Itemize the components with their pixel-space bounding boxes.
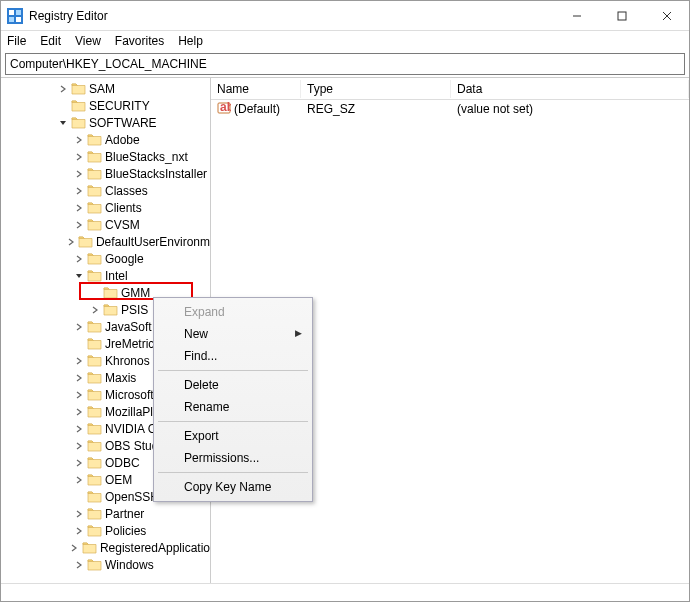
tree-item-google[interactable]: Google (1, 250, 210, 267)
chevron-right-icon[interactable] (71, 187, 87, 195)
menu-favorites[interactable]: Favorites (115, 34, 164, 48)
chevron-right-icon[interactable] (71, 136, 87, 144)
ctx-find[interactable]: Find... (156, 345, 310, 367)
chevron-down-icon[interactable] (55, 119, 71, 127)
folder-icon (87, 371, 102, 384)
tree-item-label: SECURITY (89, 99, 150, 113)
chevron-right-icon[interactable] (64, 238, 78, 246)
chevron-right-icon[interactable] (71, 408, 87, 416)
folder-icon (87, 218, 102, 231)
chevron-down-icon[interactable] (71, 272, 87, 280)
chevron-right-icon[interactable] (71, 510, 87, 518)
svg-rect-6 (618, 12, 626, 20)
tree-item-cvsm[interactable]: CVSM (1, 216, 210, 233)
svg-rect-2 (16, 10, 21, 15)
chevron-right-icon[interactable] (71, 425, 87, 433)
tree-item-label: Google (105, 252, 144, 266)
chevron-right-icon[interactable] (71, 323, 87, 331)
menu-view[interactable]: View (75, 34, 101, 48)
header-name[interactable]: Name (211, 80, 301, 98)
tree-item-bluestacksinstaller[interactable]: BlueStacksInstaller (1, 165, 210, 182)
chevron-right-icon[interactable] (71, 357, 87, 365)
chevron-right-icon[interactable] (71, 170, 87, 178)
chevron-right-icon[interactable] (87, 306, 103, 314)
ctx-rename[interactable]: Rename (156, 396, 310, 418)
tree-item-policies[interactable]: Policies (1, 522, 210, 539)
header-data[interactable]: Data (451, 80, 689, 98)
ctx-permissions[interactable]: Permissions... (156, 447, 310, 469)
tree-item-label: ODBC (105, 456, 140, 470)
ctx-delete[interactable]: Delete (156, 374, 310, 396)
chevron-right-icon[interactable] (71, 442, 87, 450)
close-button[interactable] (644, 1, 689, 31)
svg-rect-1 (9, 10, 14, 15)
tree-item-label: Clients (105, 201, 142, 215)
chevron-right-icon[interactable] (71, 204, 87, 212)
tree-item-sam[interactable]: SAM (1, 80, 210, 97)
folder-icon (87, 422, 102, 435)
svg-rect-4 (16, 17, 21, 22)
tree-item-intel[interactable]: Intel (1, 267, 210, 284)
tree-item-partner[interactable]: Partner (1, 505, 210, 522)
address-bar[interactable]: Computer\HKEY_LOCAL_MACHINE (5, 53, 685, 75)
ctx-separator (158, 370, 308, 371)
menu-help[interactable]: Help (178, 34, 203, 48)
tree-item-label: Intel (105, 269, 128, 283)
folder-icon (71, 99, 86, 112)
folder-icon (87, 201, 102, 214)
tree-item-clients[interactable]: Clients (1, 199, 210, 216)
window-title: Registry Editor (29, 9, 554, 23)
ctx-expand[interactable]: Expand (156, 301, 310, 323)
chevron-right-icon[interactable] (71, 153, 87, 161)
ctx-copy-key-name[interactable]: Copy Key Name (156, 476, 310, 498)
chevron-right-icon[interactable] (71, 374, 87, 382)
tree-item-label: Adobe (105, 133, 140, 147)
svg-rect-3 (9, 17, 14, 22)
tree-item-label: SOFTWARE (89, 116, 157, 130)
tree-item-adobe[interactable]: Adobe (1, 131, 210, 148)
tree-item-label: Classes (105, 184, 148, 198)
folder-icon (87, 524, 102, 537)
chevron-right-icon[interactable] (71, 255, 87, 263)
list-header: Name Type Data (211, 78, 689, 100)
menu-edit[interactable]: Edit (40, 34, 61, 48)
tree-item-label: Policies (105, 524, 146, 538)
chevron-right-icon[interactable] (71, 527, 87, 535)
value-icon: ab (217, 101, 231, 118)
header-type[interactable]: Type (301, 80, 451, 98)
chevron-right-icon[interactable] (71, 221, 87, 229)
value-type: REG_SZ (301, 102, 451, 116)
folder-icon (87, 133, 102, 146)
tree-item-software[interactable]: SOFTWARE (1, 114, 210, 131)
tree-item-classes[interactable]: Classes (1, 182, 210, 199)
tree-item-defaultuserenv[interactable]: DefaultUserEnvironm (1, 233, 210, 250)
ctx-export[interactable]: Export (156, 425, 310, 447)
maximize-button[interactable] (599, 1, 644, 31)
tree-item-label: Partner (105, 507, 144, 521)
tree-item-label: OpenSSH (105, 490, 159, 504)
tree-item-windows[interactable]: Windows (1, 556, 210, 573)
tree-item-registeredapp[interactable]: RegisteredApplicatio (1, 539, 210, 556)
folder-icon (87, 167, 102, 180)
svg-text:ab: ab (220, 101, 231, 114)
folder-icon (87, 439, 102, 452)
chevron-right-icon[interactable] (55, 85, 71, 93)
menu-file[interactable]: File (7, 34, 26, 48)
folder-icon (87, 184, 102, 197)
folder-icon (87, 490, 102, 503)
tree-item-bluestacks_nxt[interactable]: BlueStacks_nxt (1, 148, 210, 165)
folder-icon (103, 303, 118, 316)
chevron-right-icon[interactable] (67, 544, 82, 552)
list-row[interactable]: ab (Default) REG_SZ (value not set) (211, 100, 689, 118)
chevron-right-icon[interactable] (71, 561, 87, 569)
ctx-new[interactable]: New▶ (156, 323, 310, 345)
tree-item-security[interactable]: SECURITY (1, 97, 210, 114)
submenu-arrow-icon: ▶ (295, 328, 302, 338)
chevron-right-icon[interactable] (71, 391, 87, 399)
tree-item-label: SAM (89, 82, 115, 96)
chevron-right-icon[interactable] (71, 476, 87, 484)
folder-icon (87, 252, 102, 265)
chevron-right-icon[interactable] (71, 459, 87, 467)
minimize-button[interactable] (554, 1, 599, 31)
value-data: (value not set) (451, 102, 689, 116)
